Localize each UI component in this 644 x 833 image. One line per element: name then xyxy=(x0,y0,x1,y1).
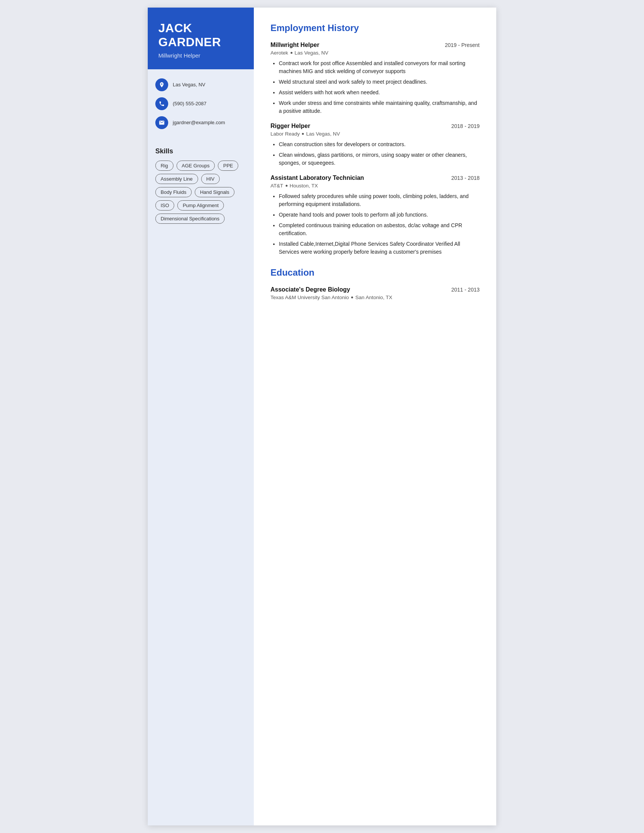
edu-dates: 2011 - 2013 xyxy=(451,286,480,293)
list-item: Weld structural steel and work safely to… xyxy=(279,78,480,86)
job-company: AT&T xyxy=(270,183,283,188)
job-entry: Millwright Helper2019 - PresentAerotekLa… xyxy=(270,42,480,115)
dot-separator xyxy=(286,185,288,187)
list-item: Work under stress and time constraints w… xyxy=(279,99,480,115)
job-dates: 2019 - Present xyxy=(445,42,480,48)
education-entry: Associate's Degree Biology2011 - 2013Tex… xyxy=(270,286,480,300)
list-item: Clean windows, glass partitions, or mirr… xyxy=(279,151,480,167)
skill-tag: Pump Alignment xyxy=(177,200,224,211)
phone-icon xyxy=(155,97,168,110)
job-title: Millwright Helper xyxy=(270,42,319,48)
job-bullets: Followed safety procedures while using p… xyxy=(270,192,480,256)
employment-heading: Employment History xyxy=(270,23,480,35)
job-entry: Assistant Laboratory Technician2013 - 20… xyxy=(270,175,480,256)
list-item: Followed safety procedures while using p… xyxy=(279,192,480,208)
skill-tag: ISO xyxy=(155,200,174,211)
dot-separator xyxy=(291,52,293,54)
list-item: Assist welders with hot work when needed… xyxy=(279,88,480,96)
resume-container: JACK GARDNER Millwright Helper Las Vegas… xyxy=(148,8,496,825)
job-company: Aerotek xyxy=(270,50,288,56)
sidebar: JACK GARDNER Millwright Helper Las Vegas… xyxy=(148,8,254,825)
skill-tag: Assembly Line xyxy=(155,174,198,184)
skill-tag: AGE Groups xyxy=(177,161,215,171)
contact-phone: (590) 555-2087 xyxy=(155,97,246,110)
job-location: Las Vegas, NV xyxy=(295,50,328,56)
edu-institution: Texas A&M University San Antonio xyxy=(270,294,349,300)
job-bullets: Clean construction sites for developers … xyxy=(270,140,480,167)
skill-tag: Rig xyxy=(155,161,174,171)
job-header: Millwright Helper2019 - Present xyxy=(270,42,480,48)
job-dates: 2013 - 2018 xyxy=(451,175,480,181)
list-item: Installed Cable,Internet,Digital Phone S… xyxy=(279,240,480,256)
skill-tag: PPE xyxy=(218,161,238,171)
edu-header: Associate's Degree Biology2011 - 2013 xyxy=(270,286,480,293)
edu-location: San Antonio, TX xyxy=(355,294,392,300)
job-meta: AerotekLas Vegas, NV xyxy=(270,50,480,56)
job-location: Houston, TX xyxy=(290,183,318,188)
edu-meta: Texas A&M University San AntonioSan Anto… xyxy=(270,294,480,300)
skill-tag: Dimensional Specifications xyxy=(155,214,225,224)
sidebar-header: JACK GARDNER Millwright Helper xyxy=(148,8,254,69)
job-entry: Rigger Helper2018 - 2019Labor ReadyLas V… xyxy=(270,123,480,167)
skills-tags-container: RigAGE GroupsPPEAssembly LineHIVBody Flu… xyxy=(155,161,246,224)
job-bullets: Contract work for post office Assembled … xyxy=(270,60,480,115)
candidate-title: Millwright Helper xyxy=(158,52,243,59)
jobs-container: Millwright Helper2019 - PresentAerotekLa… xyxy=(270,42,480,256)
job-company: Labor Ready xyxy=(270,131,299,137)
list-item: Contract work for post office Assembled … xyxy=(279,60,480,76)
skills-section: Skills RigAGE GroupsPPEAssembly LineHIVB… xyxy=(148,138,254,825)
job-header: Rigger Helper2018 - 2019 xyxy=(270,123,480,130)
dot-separator xyxy=(302,133,304,135)
employment-section: Employment History Millwright Helper2019… xyxy=(270,23,480,256)
candidate-name: JACK GARDNER xyxy=(158,21,243,49)
email-icon xyxy=(155,116,168,129)
job-title: Assistant Laboratory Technician xyxy=(270,175,364,182)
email-text: jgardner@example.com xyxy=(173,120,225,125)
skill-tag: HIV xyxy=(201,174,220,184)
location-icon xyxy=(155,78,168,91)
location-text: Las Vegas, NV xyxy=(173,82,205,87)
phone-text: (590) 555-2087 xyxy=(173,101,206,106)
list-item: Completed continuous training education … xyxy=(279,222,480,237)
job-location: Las Vegas, NV xyxy=(306,131,340,137)
job-title: Rigger Helper xyxy=(270,123,310,130)
list-item: Operate hand tools and power tools to pe… xyxy=(279,211,480,219)
dot-separator xyxy=(351,296,353,298)
education-heading: Education xyxy=(270,267,480,280)
education-section: Education Associate's Degree Biology2011… xyxy=(270,267,480,300)
skills-heading: Skills xyxy=(155,147,246,155)
job-meta: Labor ReadyLas Vegas, NV xyxy=(270,131,480,137)
job-dates: 2018 - 2019 xyxy=(451,123,480,129)
main-content: Employment History Millwright Helper2019… xyxy=(254,8,496,825)
education-container: Associate's Degree Biology2011 - 2013Tex… xyxy=(270,286,480,300)
list-item: Clean construction sites for developers … xyxy=(279,140,480,148)
contact-location: Las Vegas, NV xyxy=(155,78,246,91)
edu-degree: Associate's Degree Biology xyxy=(270,286,350,293)
skill-tag: Body Fluids xyxy=(155,187,192,197)
skill-tag: Hand Signals xyxy=(195,187,235,197)
job-header: Assistant Laboratory Technician2013 - 20… xyxy=(270,175,480,182)
contact-section: Las Vegas, NV (590) 555-2087 jgardner@ex… xyxy=(148,69,254,138)
job-meta: AT&THouston, TX xyxy=(270,183,480,188)
contact-email: jgardner@example.com xyxy=(155,116,246,129)
